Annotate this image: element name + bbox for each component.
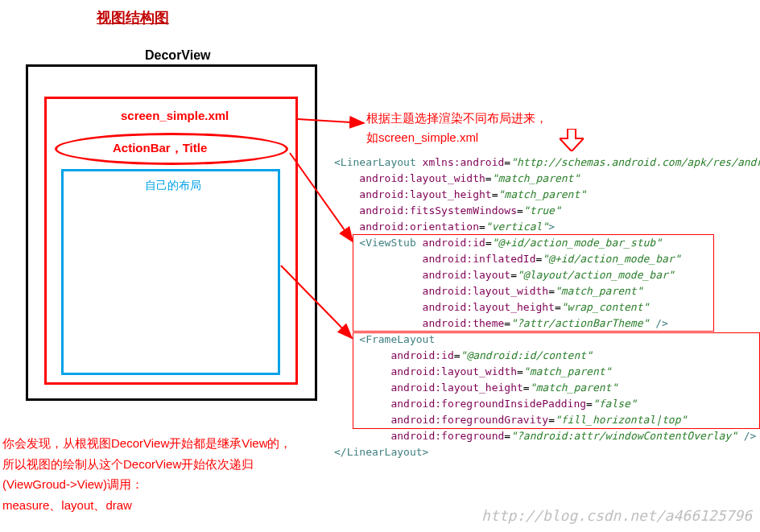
close-angle-1: > — [548, 221, 555, 233]
lh-attr: android:layout_height — [359, 188, 491, 200]
bottom-note-l3: (ViewGroud->View)调用： — [2, 477, 143, 491]
ll-close: </LinearLayout> — [334, 446, 428, 458]
down-arrow-icon — [560, 129, 584, 151]
diagram-title: 视图结构图 — [97, 8, 169, 27]
bottom-note-l1: 你会发现，从根视图DecorView开始都是继承View的， — [2, 436, 292, 450]
bottom-note-l2: 所以视图的绘制从这个DecorView开始依次递归 — [2, 457, 254, 471]
fl-f-attr: android:foreground — [390, 430, 504, 442]
bottom-annotation: 你会发现，从根视图DecorView开始都是继承View的， 所以视图的绘制从这… — [2, 433, 292, 515]
fsw-val: "true" — [523, 204, 561, 217]
ll-open: <LinearLayout — [334, 156, 423, 168]
viewstub-highlight-box — [353, 234, 714, 332]
lw-val: "match_parent" — [492, 172, 580, 184]
lw-attr: android:layout_width — [359, 172, 485, 184]
actionbar-label: ActionBar，Title — [113, 141, 207, 156]
xmlns-attr: xmlns:android — [423, 156, 505, 168]
bottom-note-l4: measure、layout、draw — [2, 498, 132, 512]
right-note-line2: 如screen_simple.xml — [366, 130, 478, 144]
ori-val: "vertical" — [485, 221, 548, 233]
right-annotation: 根据主题选择渲染不同布局进来， 如screen_simple.xml — [366, 109, 547, 147]
xmlns-val: "http://schemas.android.com/apk/res/andr… — [510, 156, 760, 168]
fsw-attr: android:fitsSystemWindows — [359, 204, 517, 217]
self-layout-label: 自己的布局 — [145, 179, 201, 193]
screen-simple-label: screen_simple.xml — [121, 109, 229, 122]
right-note-line1: 根据主题选择渲染不同布局进来， — [366, 111, 547, 125]
ori-attr: android:orientation — [359, 221, 479, 233]
fl-f-val: "?android:attr/windowContentOverlay" — [510, 430, 737, 442]
decorview-label: DecorView — [145, 48, 211, 63]
lh-val: "match_parent" — [498, 188, 587, 200]
framelayout-highlight-box — [353, 332, 760, 429]
fl-self-close: /> — [737, 430, 756, 442]
watermark: http://blog.csdn.net/a466125796 — [481, 507, 752, 524]
self-layout-box — [61, 169, 280, 375]
